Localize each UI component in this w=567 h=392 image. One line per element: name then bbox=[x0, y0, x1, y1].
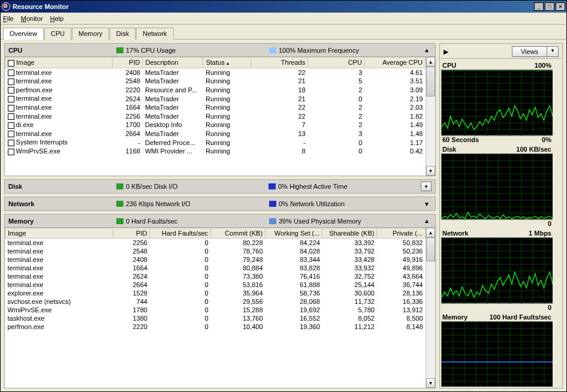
scroll-up-icon[interactable]: ▲ bbox=[426, 228, 435, 237]
table-row[interactable]: terminal.exe2548078,76084,02833,79250,23… bbox=[5, 247, 426, 255]
table-row[interactable]: terminal.exe2256MetaTraderRunning2221.82 bbox=[5, 112, 426, 121]
scroll-down-icon[interactable]: ▼ bbox=[426, 166, 435, 176]
table-row[interactable]: perfmon.exe2220010,40019,36011,2128,148 bbox=[5, 322, 426, 331]
row-checkbox[interactable] bbox=[8, 79, 14, 85]
row-checkbox[interactable] bbox=[8, 140, 14, 146]
table-row[interactable]: perfmon.exe2220Resource and P...Running1… bbox=[5, 86, 426, 95]
tab-cpu[interactable]: CPU bbox=[44, 28, 71, 40]
col-desc[interactable]: Description bbox=[143, 58, 203, 68]
disk-panel: Disk 0 KB/sec Disk I/O 0% Highest Active… bbox=[4, 179, 436, 194]
row-checkbox[interactable] bbox=[8, 70, 14, 76]
window-title: Resource Monitor bbox=[13, 3, 534, 10]
table-row[interactable]: terminal.exe2664MetaTraderRunning1331.48 bbox=[5, 129, 426, 138]
tab-disk[interactable]: Disk bbox=[110, 28, 135, 40]
row-checkbox[interactable] bbox=[8, 96, 14, 102]
collapse-cpu-icon[interactable]: ▲ bbox=[422, 47, 432, 53]
expand-disk-icon[interactable]: ▼ bbox=[421, 182, 432, 191]
graph-scale: 100 Hard Faults/sec bbox=[490, 313, 551, 321]
col-cpu[interactable]: CPU bbox=[308, 58, 365, 68]
views-label: Views bbox=[512, 47, 547, 56]
mem-used-swatch bbox=[269, 218, 276, 224]
table-row[interactable]: terminal.exe2408MetaTraderRunning2234.61 bbox=[5, 68, 426, 77]
graph-scale: 100 KB/sec bbox=[516, 146, 551, 153]
maximize-button[interactable]: □ bbox=[545, 2, 554, 11]
disk-io-text: 0 KB/sec Disk I/O bbox=[126, 183, 177, 190]
row-checkbox[interactable] bbox=[8, 113, 14, 120]
row-checkbox[interactable] bbox=[8, 149, 14, 155]
cpu-scrollbar[interactable]: ▲ ▼ bbox=[426, 57, 435, 176]
mem-used-text: 39% Used Physical Memory bbox=[279, 218, 361, 225]
row-checkbox[interactable] bbox=[8, 122, 14, 129]
row-checkbox[interactable] bbox=[8, 105, 14, 111]
scroll-up-icon[interactable]: ▲ bbox=[426, 57, 435, 67]
mem-hf-swatch bbox=[116, 218, 123, 224]
table-row[interactable]: System Interrupts-Deferred Proce...Runni… bbox=[5, 138, 426, 147]
mcol-hf[interactable]: Hard Faults/sec bbox=[150, 228, 211, 239]
mcol-priv[interactable]: Private (... bbox=[377, 228, 426, 239]
memory-panel-title: Memory bbox=[8, 218, 116, 225]
memory-panel-header[interactable]: Memory 0 Hard Faults/sec 39% Used Physic… bbox=[5, 215, 435, 228]
play-icon[interactable]: ▶ bbox=[444, 48, 448, 56]
table-row[interactable]: WmiPrvSE.exe1780015,28819,6925,78013,912 bbox=[5, 306, 426, 314]
table-row[interactable]: terminal.exe1664MetaTraderRunning2222.03 bbox=[5, 103, 426, 112]
disk-active-text: 0% Highest Active Time bbox=[278, 183, 348, 190]
table-row[interactable]: terminal.exe1664080,88483,82833,93249,89… bbox=[5, 264, 426, 272]
table-row[interactable]: taskhost.exe1380013,76016,5528,0528,500 bbox=[5, 314, 426, 322]
table-row[interactable]: terminal.exe2548MetaTraderRunning2153.51 bbox=[5, 77, 426, 86]
titlebar: Resource Monitor _ □ × bbox=[1, 1, 566, 13]
close-button[interactable]: × bbox=[556, 2, 565, 11]
tab-overview[interactable]: Overview bbox=[3, 28, 44, 40]
menu-file[interactable]: File bbox=[3, 15, 14, 22]
cpu-freq-text: 100% Maximum Frequency bbox=[279, 47, 359, 54]
tab-network[interactable]: Network bbox=[136, 28, 173, 40]
table-row[interactable]: terminal.exe2624MetaTraderRunning2102.19 bbox=[5, 94, 426, 103]
table-row[interactable]: terminal.exe2664053,81661,88825,14436,74… bbox=[5, 281, 426, 289]
cpu-panel-header[interactable]: CPU 17% CPU Usage 100% Maximum Frequency… bbox=[5, 44, 435, 57]
mcol-pid[interactable]: PID bbox=[113, 228, 150, 239]
table-row[interactable]: di.exe1700Desktop InfoRunning721.49 bbox=[5, 120, 426, 129]
mcol-commit[interactable]: Commit (KB) bbox=[211, 228, 266, 239]
views-dropdown-icon[interactable]: ▼ bbox=[547, 47, 558, 56]
menu-monitor[interactable]: Monitor bbox=[21, 15, 43, 22]
tab-memory[interactable]: Memory bbox=[72, 28, 109, 40]
app-icon bbox=[2, 2, 10, 11]
cpu-panel-title: CPU bbox=[8, 47, 116, 54]
row-checkbox[interactable] bbox=[8, 131, 14, 137]
col-image[interactable]: Image bbox=[5, 58, 113, 68]
col-threads[interactable]: Threads bbox=[251, 58, 308, 68]
views-button[interactable]: Views ▼ bbox=[512, 46, 559, 57]
mcol-image[interactable]: Image bbox=[5, 228, 113, 239]
mem-hf-text: 0 Hard Faults/sec bbox=[126, 218, 177, 225]
select-all-checkbox[interactable] bbox=[8, 60, 14, 67]
table-row[interactable]: terminal.exe2408079,24883,34433,42849,91… bbox=[5, 255, 426, 264]
graphs-scrollbar[interactable] bbox=[553, 59, 561, 387]
graph-scale: 100% bbox=[535, 62, 551, 69]
table-row[interactable]: terminal.exe2256080,22884,22433,39250,83… bbox=[5, 239, 426, 248]
col-avgcpu[interactable]: Average CPU bbox=[364, 58, 425, 68]
net-util-swatch bbox=[269, 201, 276, 207]
mcol-share[interactable]: Shareable (KB) bbox=[322, 228, 377, 239]
col-pid[interactable]: PID bbox=[112, 58, 143, 68]
row-checkbox[interactable] bbox=[8, 87, 14, 94]
cpu-panel: CPU 17% CPU Usage 100% Maximum Frequency… bbox=[4, 43, 436, 176]
menu-help[interactable]: Help bbox=[50, 15, 64, 22]
net-io-swatch bbox=[116, 201, 123, 207]
network-panel: Network 236 Kbps Network I/O 0% Network … bbox=[4, 197, 436, 211]
table-row[interactable]: svchost.exe (netsvcs)744029,55628,06811,… bbox=[5, 297, 426, 306]
memory-scrollbar[interactable]: ▲ ▼ bbox=[426, 228, 435, 388]
expand-network-icon[interactable]: ▼ bbox=[422, 201, 432, 207]
graphs-pane: ▶ Views ▼ CPU100%60 Seconds0%Disk100 KB/… bbox=[439, 43, 563, 388]
cpu-usage-text: 17% CPU Usage bbox=[126, 47, 176, 54]
network-panel-header[interactable]: Network 236 Kbps Network I/O 0% Network … bbox=[5, 197, 435, 210]
disk-panel-header[interactable]: Disk 0 KB/sec Disk I/O 0% Highest Active… bbox=[5, 180, 435, 193]
col-status[interactable]: Status ▴ bbox=[203, 58, 251, 68]
minimize-button[interactable]: _ bbox=[534, 2, 544, 11]
graph-title: Disk bbox=[442, 146, 456, 153]
scroll-down-icon[interactable]: ▼ bbox=[426, 378, 435, 388]
table-row[interactable]: WmiPrvSE.exe1168WMI Provider ...Running8… bbox=[5, 147, 426, 156]
mcol-ws[interactable]: Working Set (... bbox=[266, 228, 322, 239]
memory-panel: Memory 0 Hard Faults/sec 39% Used Physic… bbox=[4, 214, 436, 388]
collapse-memory-icon[interactable]: ▲ bbox=[422, 218, 432, 224]
table-row[interactable]: explorer.exe1528035,96458,73630,60028,13… bbox=[5, 289, 426, 297]
table-row[interactable]: terminal.exe2624073,38076,41632,75243,66… bbox=[5, 272, 426, 281]
